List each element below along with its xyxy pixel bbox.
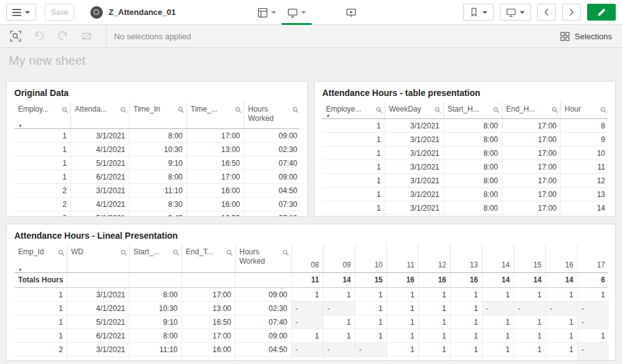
table-cell[interactable]: 04:50	[235, 343, 291, 356]
table-cell[interactable]: 07:10	[244, 211, 301, 217]
table-cell[interactable]: 2	[14, 357, 67, 361]
column-search-icon[interactable]	[235, 107, 242, 113]
table-cell[interactable]: 16:00	[181, 343, 235, 356]
column-header-hour[interactable]: Hour	[560, 102, 609, 118]
app-identity[interactable]: Z_Attendance_01	[90, 6, 176, 19]
table-cell[interactable]: 13:00	[181, 302, 235, 315]
table-cell[interactable]: 16:00	[186, 198, 244, 211]
column-header-employe[interactable]: Employe...▲	[322, 102, 385, 118]
table-cell[interactable]: 04:50	[244, 184, 301, 197]
table-cell[interactable]: 3/1/2021	[385, 133, 443, 146]
table-cell[interactable]: 9	[560, 133, 609, 146]
table-cell[interactable]: 02:30	[235, 302, 291, 315]
table-cell[interactable]: 2	[14, 343, 67, 356]
table-cell[interactable]: 10:30	[129, 143, 186, 156]
column-search-icon[interactable]	[178, 107, 184, 113]
table-cell[interactable]: 2	[14, 184, 70, 197]
table-cell[interactable]: 5/1/2021	[70, 156, 129, 170]
previous-sheet-button[interactable]	[537, 4, 556, 21]
table-cell[interactable]: 3/1/2021	[70, 184, 129, 197]
table-cell[interactable]: 8:00	[129, 329, 181, 342]
selections-tool-button[interactable]: Selections	[550, 25, 622, 47]
column-header-09[interactable]: 09	[323, 244, 355, 272]
table-cell[interactable]: 07:30	[244, 198, 301, 211]
edit-sheet-button[interactable]	[587, 4, 616, 21]
table-cell[interactable]: 1	[14, 156, 70, 170]
table-cell[interactable]: 4/1/2021	[70, 143, 129, 156]
column-header-attenda[interactable]: Attenda...	[70, 102, 129, 128]
column-header-emp-id[interactable]: Emp_Id▲	[14, 244, 67, 272]
table-cell[interactable]: 11:10	[129, 184, 186, 197]
clear-selections-button[interactable]	[77, 27, 96, 46]
table-cell[interactable]: 8	[560, 119, 609, 132]
column-header-16[interactable]: 16	[545, 244, 577, 272]
table-cell[interactable]: 11	[560, 160, 609, 173]
table-cell[interactable]: 17:00	[181, 288, 235, 301]
column-search-icon[interactable]	[173, 249, 179, 256]
column-header-wd[interactable]: WD	[67, 244, 129, 272]
table-cell[interactable]: 09:00	[235, 329, 291, 342]
table-cell[interactable]: 8:00	[129, 170, 186, 183]
table-cell[interactable]: 1	[322, 160, 385, 173]
table-cell[interactable]: 3/1/2021	[385, 119, 443, 132]
bookmarks-dropdown[interactable]	[463, 4, 494, 21]
column-header-time-in[interactable]: Time_In	[129, 102, 186, 128]
column-search-icon[interactable]	[282, 249, 289, 256]
column-search-icon[interactable]	[600, 107, 607, 113]
column-header-11[interactable]: 11	[386, 244, 418, 272]
table-cell[interactable]: 16:50	[181, 315, 235, 328]
table-cell[interactable]: 16:50	[186, 211, 244, 217]
smart-search-button[interactable]	[6, 27, 25, 46]
table-cell[interactable]: 8:30	[129, 357, 181, 361]
table-cell[interactable]: 9:40	[129, 211, 186, 217]
column-header-end-t[interactable]: End_T...	[181, 244, 235, 272]
table-cell[interactable]: 4/1/2021	[70, 198, 129, 211]
table-cell[interactable]: 9:10	[129, 156, 186, 170]
table-cell[interactable]: 8:00	[443, 188, 502, 201]
table-cell[interactable]: 1	[322, 146, 385, 160]
table-cell[interactable]: 2	[14, 211, 70, 217]
table-cell[interactable]: 10:30	[129, 302, 181, 315]
table-cell[interactable]: 1	[14, 129, 70, 142]
table-cell[interactable]: 3/1/2021	[385, 201, 443, 214]
next-sheet-button[interactable]	[562, 4, 581, 21]
table-cell[interactable]: 8:00	[443, 160, 502, 173]
table-cell[interactable]: 1	[322, 188, 385, 201]
table-cell[interactable]: 12	[560, 174, 609, 187]
table-cell[interactable]: 9:10	[129, 315, 181, 328]
table-cell[interactable]: 17:00	[502, 188, 560, 201]
table-cell[interactable]: 14	[560, 201, 609, 214]
table-cell[interactable]: 1	[14, 315, 67, 328]
column-header-12[interactable]: 12	[418, 244, 450, 272]
column-search-icon[interactable]	[226, 249, 233, 256]
table-cell[interactable]: 5/1/2021	[67, 315, 129, 328]
table-cell[interactable]: 17:00	[502, 174, 560, 187]
table-cell[interactable]: 1	[322, 174, 385, 187]
column-header-start[interactable]: Start_...	[129, 244, 181, 272]
table-cell[interactable]: 1	[322, 201, 385, 214]
table-cell[interactable]: 07:40	[235, 315, 291, 328]
column-search-icon[interactable]	[62, 107, 69, 113]
table-cell[interactable]: 09:00	[235, 288, 291, 301]
table-cell[interactable]: 07:30	[235, 357, 291, 361]
table-cell[interactable]: 3/1/2021	[385, 160, 443, 173]
table-cell[interactable]: 1	[14, 143, 70, 156]
table-cell[interactable]: 16:00	[181, 357, 235, 361]
sheet-navigation-dropdown[interactable]	[500, 4, 531, 21]
table-cell[interactable]: 17:00	[502, 119, 560, 132]
column-search-icon[interactable]	[434, 107, 441, 113]
table-cell[interactable]: 5/1/2021	[70, 211, 129, 217]
table-cell[interactable]: 13	[560, 188, 609, 201]
table-cell[interactable]: 17:00	[502, 160, 560, 173]
table-cell[interactable]: 16:00	[186, 184, 244, 197]
column-search-icon[interactable]	[120, 249, 127, 256]
table-cell[interactable]: 6/1/2021	[67, 329, 129, 342]
column-header-end-h[interactable]: End_H...	[502, 102, 560, 118]
table-cell[interactable]: 02:30	[244, 143, 301, 156]
table-cell[interactable]: 1	[322, 133, 385, 146]
table-cell[interactable]: 3/1/2021	[385, 188, 443, 201]
column-header-08[interactable]: 08	[291, 244, 323, 272]
table-cell[interactable]: 8:00	[443, 174, 502, 187]
table-cell[interactable]: 17:00	[186, 170, 244, 183]
column-header-start-h[interactable]: Start_H...	[443, 102, 502, 118]
